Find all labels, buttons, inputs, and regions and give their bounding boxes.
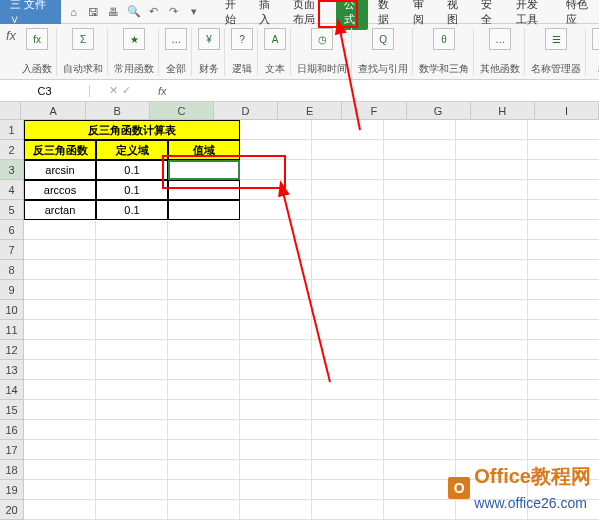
cell[interactable] — [528, 200, 599, 220]
cell[interactable] — [168, 380, 240, 400]
cell[interactable] — [312, 480, 384, 500]
cell[interactable] — [456, 320, 528, 340]
ribbon-all[interactable]: …全部 — [161, 28, 192, 76]
row-header[interactable]: 5 — [0, 200, 24, 220]
cell[interactable] — [96, 260, 168, 280]
cell[interactable] — [312, 460, 384, 480]
tab-insert[interactable]: 插入 — [251, 0, 283, 30]
cell[interactable] — [384, 220, 456, 240]
cell[interactable] — [312, 440, 384, 460]
row-header[interactable]: 18 — [0, 460, 24, 480]
cell[interactable] — [24, 240, 96, 260]
cell[interactable] — [312, 280, 384, 300]
cell[interactable] — [240, 320, 312, 340]
cell[interactable] — [240, 220, 312, 240]
cell[interactable] — [456, 280, 528, 300]
table-title[interactable]: 反三角函数计算表 — [24, 120, 240, 140]
preview-icon[interactable]: 🔍 — [127, 5, 141, 19]
cell[interactable] — [168, 300, 240, 320]
cell[interactable] — [24, 360, 96, 380]
table-cell[interactable] — [168, 160, 240, 180]
cell[interactable] — [312, 200, 384, 220]
table-cell[interactable] — [168, 180, 240, 200]
row-header[interactable]: 3 — [0, 160, 24, 180]
row-header[interactable]: 14 — [0, 380, 24, 400]
cell[interactable] — [96, 500, 168, 520]
cell[interactable] — [240, 340, 312, 360]
row-header[interactable]: 13 — [0, 360, 24, 380]
cell[interactable] — [528, 260, 599, 280]
row-header[interactable]: 20 — [0, 500, 24, 520]
table-header[interactable]: 定义域 — [96, 140, 168, 160]
cell[interactable] — [528, 120, 599, 140]
cell[interactable] — [384, 320, 456, 340]
cell[interactable] — [96, 380, 168, 400]
cell[interactable] — [456, 360, 528, 380]
table-cell[interactable]: arctan — [24, 200, 96, 220]
row-header[interactable]: 19 — [0, 480, 24, 500]
cell[interactable] — [456, 120, 528, 140]
col-header-A[interactable]: A — [21, 102, 85, 119]
row-header[interactable]: 2 — [0, 140, 24, 160]
cell[interactable] — [384, 120, 456, 140]
print-icon[interactable]: 🖶 — [107, 5, 121, 19]
tab-home[interactable]: 开始 — [217, 0, 249, 30]
cell[interactable] — [168, 280, 240, 300]
undo-icon[interactable]: ↶ — [147, 5, 161, 19]
cell[interactable] — [312, 380, 384, 400]
cell[interactable] — [240, 280, 312, 300]
cell[interactable] — [456, 400, 528, 420]
cell[interactable] — [384, 280, 456, 300]
row-header[interactable]: 7 — [0, 240, 24, 260]
cell[interactable] — [24, 460, 96, 480]
cell[interactable] — [312, 400, 384, 420]
cell[interactable] — [456, 160, 528, 180]
tab-data[interactable]: 数据 — [370, 0, 402, 30]
ribbon-name-manager[interactable]: ☰名称管理器 — [527, 28, 586, 76]
cell[interactable] — [96, 240, 168, 260]
cell[interactable] — [312, 320, 384, 340]
cell[interactable] — [312, 180, 384, 200]
cell[interactable] — [384, 300, 456, 320]
cell[interactable] — [168, 320, 240, 340]
table-cell[interactable] — [168, 200, 240, 220]
cell[interactable] — [384, 420, 456, 440]
cell[interactable] — [384, 500, 456, 520]
cell[interactable] — [528, 240, 599, 260]
table-cell[interactable]: arcsin — [24, 160, 96, 180]
tab-layout[interactable]: 页面布局 — [285, 0, 334, 30]
cell[interactable] — [456, 380, 528, 400]
cell[interactable] — [240, 480, 312, 500]
cell[interactable] — [456, 420, 528, 440]
cell[interactable] — [96, 360, 168, 380]
cell[interactable] — [528, 360, 599, 380]
cell[interactable] — [312, 160, 384, 180]
col-header-G[interactable]: G — [407, 102, 471, 119]
cell[interactable] — [312, 240, 384, 260]
row-header[interactable]: 9 — [0, 280, 24, 300]
ribbon-paste[interactable]: 📋粘 — [588, 28, 599, 76]
cell[interactable] — [528, 280, 599, 300]
cell[interactable] — [240, 160, 312, 180]
row-header[interactable]: 1 — [0, 120, 24, 140]
tab-features[interactable]: 特色应 — [558, 0, 599, 30]
cell[interactable] — [240, 360, 312, 380]
tab-formulas[interactable]: 公式 — [336, 0, 368, 30]
select-all-corner[interactable] — [0, 102, 21, 119]
tab-dev[interactable]: 开发工具 — [508, 0, 557, 30]
cell[interactable] — [528, 300, 599, 320]
cell[interactable] — [96, 480, 168, 500]
table-cell[interactable]: 0.1 — [96, 200, 168, 220]
name-box[interactable]: C3 — [0, 85, 90, 97]
cell[interactable] — [528, 160, 599, 180]
cell[interactable] — [312, 260, 384, 280]
cell[interactable] — [168, 460, 240, 480]
cell[interactable] — [456, 300, 528, 320]
cell[interactable] — [528, 440, 599, 460]
cell[interactable] — [240, 440, 312, 460]
cell[interactable] — [24, 320, 96, 340]
cell[interactable] — [240, 500, 312, 520]
cell[interactable] — [312, 120, 384, 140]
table-cell[interactable]: 0.1 — [96, 160, 168, 180]
cell[interactable] — [240, 420, 312, 440]
